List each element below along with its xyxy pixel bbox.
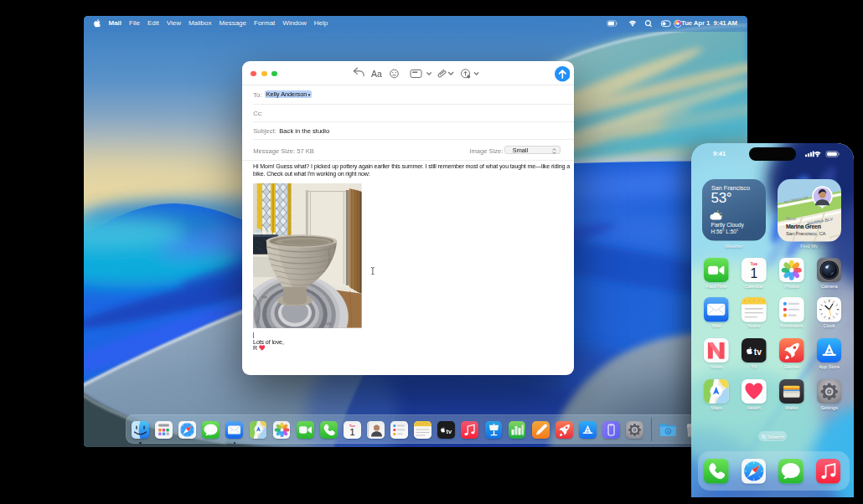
svg-text:1: 1: [349, 427, 354, 437]
svg-text:Partly Cloudy: Partly Cloudy: [711, 222, 744, 229]
svg-text:Aa: Aa: [371, 69, 382, 79]
svg-text:San Francisco, CA: San Francisco, CA: [786, 231, 826, 236]
svg-text:tv: tv: [754, 347, 762, 357]
svg-text:tv: tv: [447, 428, 452, 435]
svg-text:H:56° L:50°: H:56° L:50°: [711, 229, 738, 234]
svg-text:53°: 53°: [711, 190, 731, 206]
svg-text:1: 1: [750, 265, 757, 280]
svg-text:Now: Now: [786, 216, 797, 221]
svg-text:Marina Green: Marina Green: [786, 224, 821, 229]
